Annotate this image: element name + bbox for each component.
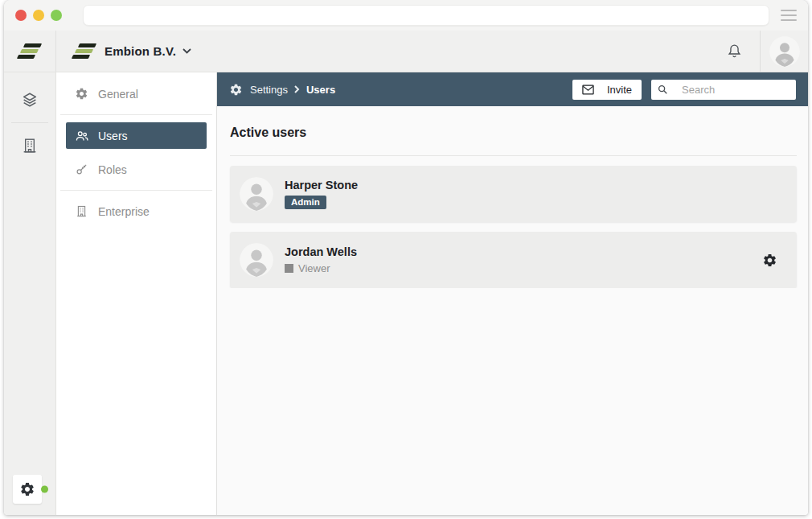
role-label: Viewer <box>285 262 357 274</box>
browser-menu-icon[interactable] <box>781 10 797 21</box>
user-card: Harper Stone Admin <box>230 166 797 222</box>
gear-icon <box>19 481 35 497</box>
embion-logo-icon <box>72 43 96 59</box>
breadcrumb-bar: Settings Users Invite <box>217 72 808 106</box>
window-controls <box>15 10 62 21</box>
user-settings-button[interactable] <box>762 253 777 268</box>
nav-rail <box>4 72 56 515</box>
role-color-square <box>285 264 293 273</box>
org-name: Embion B.V. <box>105 44 176 58</box>
rail-item-devices[interactable] <box>4 82 56 117</box>
avatar <box>240 177 273 211</box>
chevron-down-icon <box>182 48 191 54</box>
page-title: Active users <box>230 126 797 140</box>
breadcrumb-settings[interactable]: Settings <box>250 84 288 96</box>
app: Embion B.V. <box>4 31 808 515</box>
user-avatar[interactable] <box>769 36 800 67</box>
gear-icon <box>229 83 243 97</box>
search-icon <box>657 84 668 95</box>
envelope-icon <box>582 84 594 95</box>
user-name: Harper Stone <box>285 179 358 192</box>
browser-chrome <box>4 0 808 31</box>
role-badge: Admin <box>285 196 326 209</box>
key-icon <box>74 163 89 176</box>
notifications-button[interactable] <box>708 43 760 60</box>
role-text: Viewer <box>298 262 330 274</box>
sidebar-item-enterprise[interactable]: Enterprise <box>66 198 207 224</box>
sidebar-item-roles[interactable]: Roles <box>66 156 207 183</box>
layers-icon <box>21 91 39 109</box>
org-switcher[interactable]: Embion B.V. <box>72 43 191 59</box>
users-icon <box>74 129 89 143</box>
status-dot <box>41 486 48 493</box>
search-box <box>651 80 796 100</box>
avatar-section <box>760 31 808 72</box>
invite-button-label: Invite <box>607 84 632 96</box>
users-content: Active users Ha <box>217 106 808 288</box>
url-bar[interactable] <box>83 5 769 26</box>
settings-sidebar: General Users <box>56 72 217 515</box>
sidebar-item-label: General <box>98 88 138 101</box>
bell-icon <box>726 43 743 60</box>
sidebar-divider <box>60 114 212 115</box>
building-icon <box>21 137 39 154</box>
sidebar-item-label: Enterprise <box>98 205 150 218</box>
sidebar-item-general[interactable]: General <box>66 80 207 107</box>
invite-button[interactable]: Invite <box>572 80 642 100</box>
app-header: Embion B.V. <box>4 31 808 72</box>
avatar <box>240 243 273 277</box>
chevron-right-icon <box>294 85 300 93</box>
sidebar-item-label: Roles <box>98 163 127 176</box>
gear-icon <box>74 87 89 101</box>
close-window-button[interactable] <box>15 10 27 21</box>
rail-item-enterprise[interactable] <box>4 128 56 163</box>
browser-window: Embion B.V. <box>4 0 808 515</box>
title-divider <box>230 155 797 156</box>
embion-logo-icon <box>18 43 42 59</box>
user-card: Jordan Wells Viewer <box>230 232 797 288</box>
rail-divider <box>11 122 48 123</box>
main-panel: Settings Users Invite <box>217 72 808 515</box>
minimize-window-button[interactable] <box>33 10 44 21</box>
sidebar-item-users[interactable]: Users <box>66 122 207 149</box>
system-settings-button[interactable] <box>13 475 42 504</box>
building-icon <box>74 204 89 218</box>
breadcrumb-users[interactable]: Users <box>306 84 335 96</box>
header-main: Embion B.V. <box>56 31 760 72</box>
search-input[interactable] <box>680 83 790 97</box>
user-name: Jordan Wells <box>285 245 357 258</box>
maximize-window-button[interactable] <box>51 10 62 21</box>
app-logo-button[interactable] <box>4 31 56 72</box>
sidebar-divider <box>60 190 212 191</box>
sidebar-item-label: Users <box>98 130 128 142</box>
